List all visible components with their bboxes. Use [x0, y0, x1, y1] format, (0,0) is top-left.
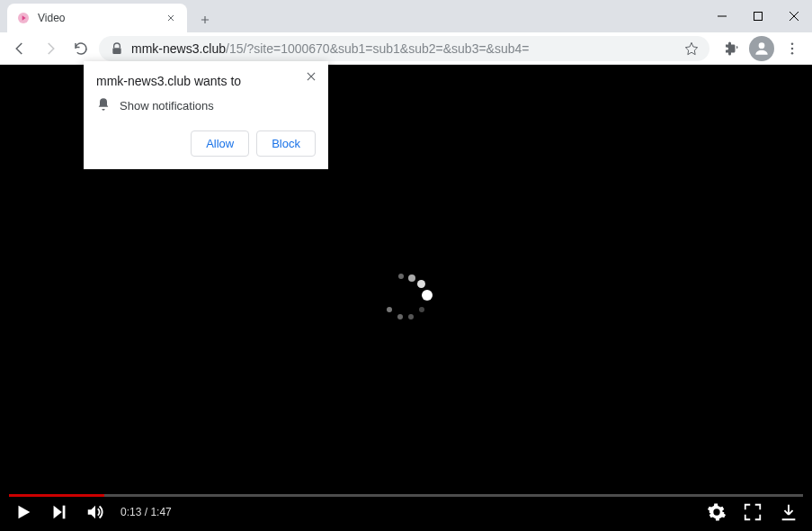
url-text: mmk-news3.club/15/?site=1000670&sub1=sub…	[131, 41, 677, 56]
url-host: mmk-news3.club	[131, 41, 226, 56]
reload-button[interactable]	[68, 36, 94, 61]
forward-button[interactable]	[38, 36, 63, 61]
maximize-button[interactable]	[740, 3, 776, 30]
close-tab-icon[interactable]	[164, 11, 178, 25]
browser-tab[interactable]: Video	[7, 4, 187, 32]
svg-marker-9	[54, 506, 62, 519]
video-controls: 0:13 / 1:47	[0, 493, 812, 531]
svg-rect-10	[63, 506, 66, 519]
lock-icon[interactable]	[110, 41, 124, 56]
minimize-button[interactable]	[704, 3, 740, 30]
tab-title: Video	[38, 12, 156, 24]
new-tab-button[interactable]	[192, 7, 218, 32]
permission-title: mmk-news3.club wants to	[96, 74, 316, 88]
volume-icon[interactable]	[85, 501, 106, 523]
back-button[interactable]	[7, 36, 32, 61]
svg-point-6	[791, 47, 794, 50]
svg-marker-11	[88, 506, 95, 519]
allow-button[interactable]: Allow	[191, 130, 249, 157]
current-time: 0:13	[120, 506, 141, 518]
svg-rect-2	[754, 13, 763, 21]
menu-icon[interactable]	[780, 36, 805, 61]
permission-close-icon[interactable]	[303, 68, 319, 85]
duration: 1:47	[150, 506, 171, 518]
svg-point-5	[791, 42, 794, 45]
video-time: 0:13 / 1:47	[120, 506, 172, 518]
permission-verb: wants to	[191, 74, 241, 88]
extensions-icon[interactable]	[718, 36, 744, 61]
settings-gear-icon[interactable]	[706, 501, 727, 523]
window-controls	[704, 0, 812, 32]
loading-spinner	[379, 271, 433, 325]
address-bar[interactable]: mmk-news3.club/15/?site=1000670&sub1=sub…	[99, 36, 709, 61]
bell-icon	[96, 97, 111, 114]
svg-point-4	[759, 42, 765, 49]
url-path: /15/?site=1000670&sub1=sub1&sub2=&sub3=&…	[226, 41, 529, 56]
download-icon[interactable]	[778, 501, 799, 523]
bookmark-star-icon[interactable]	[684, 41, 699, 56]
block-button[interactable]: Block	[256, 130, 316, 157]
play-button[interactable]	[13, 501, 34, 523]
tab-strip: Video	[0, 0, 812, 32]
svg-rect-3	[112, 48, 120, 54]
video-favicon	[16, 11, 31, 25]
svg-point-7	[791, 51, 794, 54]
svg-marker-8	[19, 506, 31, 519]
next-button[interactable]	[49, 501, 70, 523]
close-window-button[interactable]	[776, 3, 812, 30]
profile-avatar-icon[interactable]	[749, 36, 774, 61]
permission-request-text: Show notifications	[120, 99, 214, 112]
permission-request-row: Show notifications	[96, 97, 316, 114]
browser-toolbar: mmk-news3.club/15/?site=1000670&sub1=sub…	[0, 32, 812, 65]
permission-origin: mmk-news3.club	[96, 74, 191, 88]
permission-popup: mmk-news3.club wants to Show notificatio…	[84, 61, 328, 169]
fullscreen-icon[interactable]	[742, 501, 763, 523]
